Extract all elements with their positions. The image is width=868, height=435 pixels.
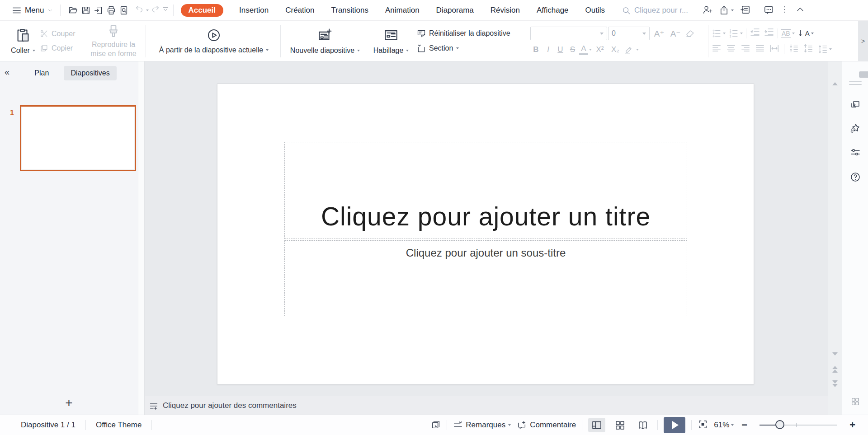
view-reading-button[interactable]	[634, 418, 651, 432]
superscript-button[interactable]: X²	[593, 45, 607, 54]
side-panel-tab[interactable]	[859, 71, 868, 78]
highlight-button[interactable]	[623, 44, 639, 55]
shrink-font-button[interactable]: A⁻	[669, 28, 682, 39]
new-slide-button[interactable]: Nouvelle diapositive	[284, 21, 366, 61]
title-placeholder[interactable]: Cliquez pour ajouter un titre	[284, 142, 687, 239]
help-button[interactable]	[850, 172, 861, 182]
tab-diaporama[interactable]: Diaporama	[435, 4, 475, 17]
more-tools-button[interactable]: >	[858, 21, 868, 61]
export-button[interactable]	[93, 4, 104, 17]
distribute-button[interactable]	[769, 43, 779, 55]
tab-slides[interactable]: Diapositives	[64, 66, 116, 80]
format-painter-button[interactable]: Reproduire lamise en forme	[84, 21, 143, 61]
tab-transitions[interactable]: Transitions	[330, 4, 369, 17]
canvas-scrollbar[interactable]	[828, 61, 842, 415]
paste-button[interactable]: Coller	[6, 21, 40, 61]
add-slide-button[interactable]: +	[0, 396, 138, 410]
font-size-select[interactable]: 0	[608, 27, 650, 40]
theme-name[interactable]: Office Theme	[96, 421, 142, 430]
notes-toggle-button[interactable]: Remarques	[453, 420, 511, 430]
save-button[interactable]	[80, 4, 92, 17]
font-color-caret[interactable]	[589, 49, 592, 51]
layout-button[interactable]: Habillage	[367, 21, 415, 61]
scroll-up-button[interactable]	[832, 82, 838, 85]
font-family-select[interactable]	[530, 27, 607, 40]
effects-button[interactable]	[850, 123, 861, 134]
align-center-button[interactable]	[726, 43, 736, 55]
tab-insertion[interactable]: Insertion	[238, 4, 269, 17]
print-button[interactable]	[106, 4, 117, 17]
zoom-slider-thumb[interactable]	[775, 420, 784, 429]
customize-toolbar-button[interactable]	[162, 6, 169, 14]
clear-format-button[interactable]	[685, 28, 696, 40]
zoom-in-button[interactable]: +	[848, 419, 857, 431]
outdent-button[interactable]	[750, 27, 760, 39]
bullets-button[interactable]	[712, 28, 726, 38]
slide-timer-button[interactable]	[431, 420, 441, 431]
comments-panel-button[interactable]	[764, 5, 774, 16]
panel-drag-handle[interactable]	[849, 81, 862, 87]
search-input[interactable]: Cliquez pour r...	[622, 6, 689, 15]
next-slide-button-2[interactable]	[832, 384, 838, 387]
tab-outils[interactable]: Outils	[585, 4, 606, 17]
copy-button[interactable]: Copier	[40, 44, 83, 52]
apps-grid-button[interactable]	[850, 396, 861, 407]
new-note-button[interactable]	[740, 5, 750, 16]
align-right-button[interactable]	[741, 43, 750, 55]
properties-button[interactable]	[850, 147, 861, 158]
subtitle-placeholder[interactable]: Cliquez pour ajouter un sous-titre	[284, 240, 687, 316]
play-button[interactable]	[664, 417, 685, 433]
zoom-level-button[interactable]: 61%	[714, 421, 734, 430]
strikethrough-button[interactable]: S	[567, 45, 578, 54]
collapse-ribbon-button[interactable]	[796, 5, 805, 15]
font-color-button[interactable]: A	[579, 44, 588, 55]
bold-button[interactable]: B	[530, 45, 542, 54]
cut-button[interactable]: Couper	[40, 29, 83, 38]
tab-creation[interactable]: Création	[284, 4, 315, 17]
view-grid-button[interactable]	[611, 418, 628, 432]
underline-button[interactable]: U	[555, 45, 566, 54]
subscript-button[interactable]: X₂	[608, 45, 623, 54]
pane-switch-button[interactable]	[850, 98, 861, 109]
reset-slide-button[interactable]: Réinitialiser la diapositive	[417, 29, 521, 38]
view-normal-button[interactable]	[588, 418, 605, 432]
open-file-button[interactable]	[68, 4, 79, 17]
italic-button[interactable]: I	[542, 45, 554, 54]
collapse-panel-button[interactable]: «	[5, 67, 9, 77]
next-slide-button[interactable]	[832, 380, 838, 384]
prev-slide-button[interactable]	[832, 366, 838, 369]
zoom-out-button[interactable]: −	[740, 419, 749, 431]
add-comment-button[interactable]: Commentaire	[517, 420, 576, 430]
tab-accueil[interactable]: Accueil	[181, 4, 223, 17]
indent-button[interactable]	[764, 27, 774, 39]
tab-revision[interactable]: Révision	[490, 4, 521, 17]
section-button[interactable]: Section	[417, 44, 521, 53]
slide-editor[interactable]: Cliquez pour ajouter un titre Cliquez po…	[217, 84, 754, 384]
share-button[interactable]	[719, 5, 734, 15]
comments-bar[interactable]: Cliquez pour ajouter des commentaires	[145, 396, 828, 415]
line-spacing-button[interactable]	[818, 44, 832, 54]
play-from-current-button[interactable]: À partir de la diapositive actuelle	[149, 21, 278, 61]
text-direction-button[interactable]: AB	[781, 29, 795, 37]
scroll-down-button[interactable]	[832, 352, 838, 355]
align-left-button[interactable]	[712, 43, 722, 55]
grow-font-button[interactable]: A⁺	[652, 28, 666, 39]
zoom-slider[interactable]	[760, 425, 837, 426]
numbering-button[interactable]: 123	[729, 28, 743, 38]
tab-animation[interactable]: Animation	[384, 4, 420, 17]
more-options-button[interactable]	[780, 5, 789, 15]
line-spacing-decrease-button[interactable]	[803, 43, 813, 55]
line-spacing-increase-button[interactable]	[789, 43, 799, 55]
fit-slide-button[interactable]	[698, 419, 708, 431]
align-justify-button[interactable]	[755, 43, 765, 55]
prev-slide-button-2[interactable]	[832, 370, 838, 373]
tab-outline[interactable]: Plan	[28, 66, 56, 80]
slide-thumbnail[interactable]	[20, 105, 136, 171]
tab-affichage[interactable]: Affichage	[536, 4, 570, 17]
main-menu-button[interactable]: Menu	[12, 5, 53, 15]
text-sort-button[interactable]: A	[798, 29, 814, 38]
undo-caret[interactable]	[146, 9, 149, 11]
undo-button[interactable]	[134, 5, 144, 16]
panel-scrollbar[interactable]	[138, 61, 144, 415]
invite-user-button[interactable]	[702, 5, 712, 16]
